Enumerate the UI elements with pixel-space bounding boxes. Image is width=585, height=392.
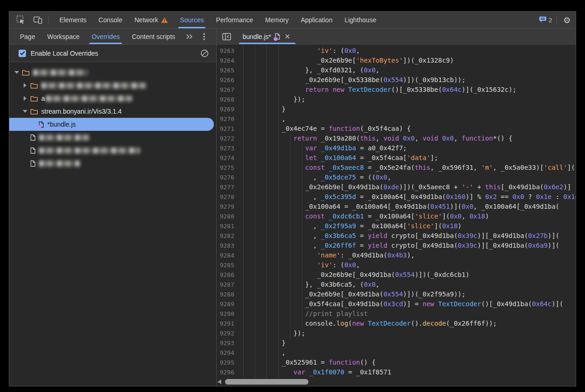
sources-tab-content-scripts[interactable]: Content scripts [126,29,181,44]
tree-file-row[interactable] [9,131,216,144]
redacted-label [46,96,132,102]
horizontal-scrollbar[interactable] [217,378,576,386]
line-number[interactable]: 9271 [217,124,239,134]
expanded-arrow-icon[interactable] [13,71,20,74]
line-number[interactable]: 9274 [217,153,239,163]
sources-panel-body: Enable Local Overrides astream.bonyani.i… [9,45,576,386]
code-line-content: , [239,348,576,358]
code-line-content: , _0x5dce75 = ((0x0, [239,173,576,182]
tree-file-row[interactable]: *bundle.js [9,118,214,131]
tree-file-row[interactable] [9,144,216,157]
sources-tab-workspace[interactable]: Workspace [41,29,86,44]
code-line: 9295 _0x525961 = function() { [217,358,576,367]
panel-tab-console[interactable]: Console [92,12,128,28]
line-number[interactable]: 9286 [217,270,239,280]
code-line: 9271 _0x4ec74e = function(_0x5f4caa) { [217,124,576,134]
code-line-content: _0x2e6b9e[_0x49d1ba(0xde)])(_0x5aeec8 + … [239,182,576,192]
line-number[interactable]: 9277 [217,182,239,192]
line-number[interactable]: 9265 [217,65,239,75]
tree-folder-row[interactable] [9,79,216,92]
line-number[interactable]: 9289 [217,299,239,309]
issues-button[interactable]: 2 [539,16,552,24]
tree-folder-row[interactable]: a [9,92,216,105]
line-number[interactable]: 9282 [217,231,239,241]
tree-item-label: a [41,95,45,102]
code-line: 9270 , [217,114,576,124]
line-number[interactable]: 9266 [217,75,239,85]
expanded-arrow-icon[interactable] [21,110,29,113]
line-number[interactable]: 9288 [217,289,239,299]
line-number[interactable]: 9267 [217,85,239,95]
scrollbar-thumb[interactable] [225,379,309,385]
panel-tab-performance[interactable]: Performance [210,12,259,28]
tree-folder-row[interactable]: stream.bonyani.ir/Vis3/3.1.4 [9,105,216,118]
toggle-left-panel-icon[interactable] [220,31,232,43]
line-number[interactable]: 9278 [217,192,239,202]
line-number[interactable]: 9290 [217,309,239,319]
sources-tab-overrides[interactable]: Overrides [85,29,126,44]
panel-tab-network[interactable]: Network [129,12,174,28]
line-number[interactable]: 9264 [217,56,239,65]
inspect-cursor-icon[interactable] [15,14,27,26]
line-number[interactable]: 9280 [217,212,239,221]
settings-gear-icon[interactable]: ⚙ [561,14,573,26]
sources-tab-page[interactable]: Page [14,29,41,44]
close-tab-icon[interactable] [283,32,292,41]
line-number[interactable]: 9268 [217,95,239,104]
code-line: 9290 //print playlist [217,309,576,319]
clear-overrides-block-icon[interactable] [199,47,211,59]
panel-tab-memory[interactable]: Memory [259,12,295,28]
line-number[interactable]: 9295 [217,358,239,367]
code-line: 9269 } [217,104,576,114]
line-number[interactable]: 9285 [217,260,239,270]
code-line: 9275 const _0x5aeec8 = _0x5e24fa(this, _… [217,163,576,173]
line-number[interactable]: 9272 [217,134,239,143]
panel-tab-sources[interactable]: Sources [174,12,210,28]
file-tree: astream.bonyani.ir/Vis3/3.1.4*bundle.js [9,62,216,170]
collapsed-arrow-icon[interactable] [21,96,29,101]
sources-toolbar-overflow [181,29,210,44]
line-number[interactable]: 9281 [217,221,239,231]
line-number[interactable]: 9293 [217,338,239,348]
code-line: 9287 }, _0x3b6ca5, (0x0, [217,280,576,289]
editor-tab-label: bundle.js* [243,33,271,40]
tree-file-row[interactable] [9,157,216,170]
code-area[interactable]: 9263 'iv': (0x0,9264 _0x2e6b9e['hexToByt… [217,45,576,378]
line-number[interactable]: 9279 [217,202,239,212]
collapsed-arrow-icon[interactable] [21,83,29,88]
line-number[interactable]: 9292 [217,328,239,338]
scroll-left-arrow-icon[interactable] [218,379,221,384]
line-number[interactable]: 9269 [217,104,239,114]
line-number[interactable]: 9283 [217,241,239,251]
editor-tab-strip: bundle.js* [217,29,576,44]
line-number[interactable]: 9287 [217,280,239,289]
line-number[interactable]: 9263 [217,46,239,56]
code-lines: 9263 'iv': (0x0,9264 _0x2e6b9e['hexToByt… [217,46,576,377]
line-number[interactable]: 9273 [217,143,239,153]
code-line: 9285 'iv': (0x0, [217,260,576,270]
line-number[interactable]: 9270 [217,114,239,124]
main-toolbar: ElementsConsoleNetworkSourcesPerformance… [9,12,576,29]
line-number[interactable]: 9275 [217,163,239,173]
line-number[interactable]: 9294 [217,348,239,358]
code-line-content: const _0x5aeec8 = _0x5e24fa(this, _0x596… [239,163,576,173]
more-tabs-chevron-icon[interactable] [183,31,195,43]
three-dot-menu-icon[interactable] [198,31,210,43]
enable-overrides-checkbox[interactable] [19,50,26,57]
line-number[interactable]: 9276 [217,173,239,182]
file-icon [39,121,44,128]
panel-tab-application[interactable]: Application [295,12,339,28]
code-line-content: _0x2e6b9e[_0x49d1ba(0x554)])(_0xdc6cb1) [239,270,576,280]
panel-tab-label: Application [301,16,333,24]
device-toolbar-icon[interactable] [32,14,44,26]
toolbar-separator [556,15,557,25]
code-line-content: } [239,338,576,348]
line-number[interactable]: 9284 [217,251,239,260]
tree-folder-row[interactable] [9,66,216,79]
line-number[interactable]: 9296 [217,367,239,377]
editor-tab-bundle-js[interactable]: bundle.js* [238,29,296,44]
panel-tab-lighthouse[interactable]: Lighthouse [339,12,383,28]
code-line-content: var _0x1f0070 = _0x1f8571 [239,367,576,377]
panel-tab-elements[interactable]: Elements [53,12,92,28]
line-number[interactable]: 9291 [217,319,239,328]
